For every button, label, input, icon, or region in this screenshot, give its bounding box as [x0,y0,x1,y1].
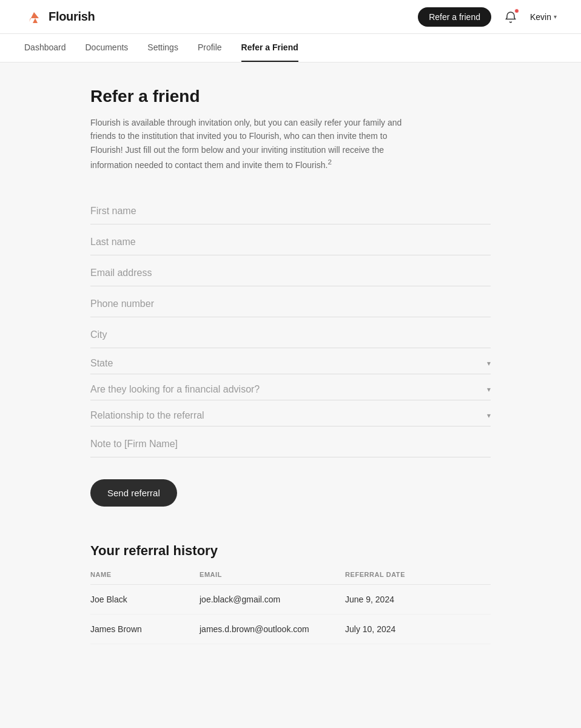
referral-name: James Brown [90,615,200,644]
city-field [90,317,491,348]
state-label: State [90,358,113,369]
last-name-input[interactable] [90,234,491,250]
header-actions: Refer a friend Kevin ▾ [418,7,557,27]
email-input[interactable] [90,265,491,281]
logo: Flourish [24,7,95,27]
page-description: Flourish is available through invitation… [90,116,412,172]
send-referral-button[interactable]: Send referral [90,479,177,507]
col-name: NAME [90,571,200,585]
referral-history-section: Your referral history NAME EMAIL REFERRA… [90,543,491,644]
note-input[interactable] [90,436,491,452]
nav-profile[interactable]: Profile [198,34,222,62]
state-select[interactable]: State ▾ [90,348,491,374]
relationship-select[interactable]: Relationship to the referral ▾ [90,400,491,426]
table-row: Joe Black joe.black@gmail.com June 9, 20… [90,585,491,615]
relationship-label: Relationship to the referral [90,410,204,421]
col-email: EMAIL [200,571,345,585]
notification-button[interactable] [501,7,520,27]
nav-refer-a-friend[interactable]: Refer a Friend [241,34,298,62]
referral-email: james.d.brown@outlook.com [200,615,345,644]
nav-settings[interactable]: Settings [147,34,178,62]
financial-advisor-select[interactable]: Are they looking for a financial advisor… [90,374,491,400]
note-field [90,426,491,457]
history-title: Your referral history [90,543,491,559]
refer-friend-header-button[interactable]: Refer a friend [418,7,491,27]
referral-history-table: NAME EMAIL REFERRAL DATE Joe Black joe.b… [90,571,491,644]
main-nav: Dashboard Documents Settings Profile Ref… [0,34,581,62]
col-referral-date: REFERRAL DATE [345,571,491,585]
last-name-field [90,224,491,255]
state-chevron-icon: ▾ [487,359,491,368]
city-input[interactable] [90,327,491,343]
email-field [90,255,491,286]
table-row: James Brown james.d.brown@outlook.com Ju… [90,615,491,644]
user-menu-button[interactable]: Kevin ▾ [530,12,557,22]
referral-email: joe.black@gmail.com [200,585,345,615]
page-title: Refer a friend [90,87,491,106]
user-name: Kevin [530,12,551,22]
first-name-input[interactable] [90,203,491,219]
flourish-logo-icon [24,7,44,27]
first-name-field [90,194,491,224]
phone-input[interactable] [90,296,491,312]
referral-form: State ▾ Are they looking for a financial… [90,194,491,507]
logo-text: Flourish [49,10,95,24]
referral-name: Joe Black [90,585,200,615]
phone-field [90,286,491,317]
financial-advisor-chevron-icon: ▾ [487,385,491,394]
chevron-down-icon: ▾ [554,13,557,20]
relationship-chevron-icon: ▾ [487,411,491,420]
nav-dashboard[interactable]: Dashboard [24,34,66,62]
referral-date: July 10, 2024 [345,615,491,644]
footnote-superscript: 2 [327,158,331,166]
referral-date: June 9, 2024 [345,585,491,615]
header: Flourish Refer a friend Kevin ▾ [0,0,581,34]
table-header-row: NAME EMAIL REFERRAL DATE [90,571,491,585]
main-content: Refer a friend Flourish is available thr… [78,62,503,693]
financial-advisor-label: Are they looking for a financial advisor… [90,384,260,395]
nav-documents[interactable]: Documents [86,34,129,62]
notification-dot [514,8,519,13]
